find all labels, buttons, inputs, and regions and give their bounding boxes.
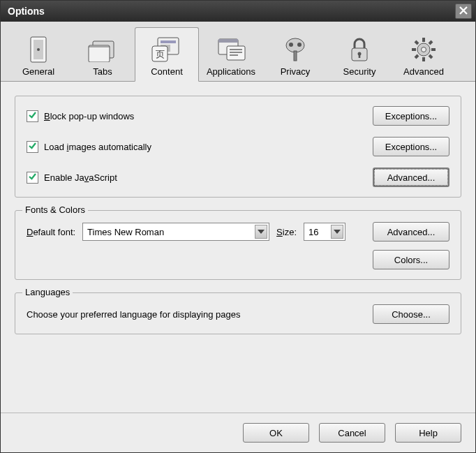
enable-js-advanced-button[interactable]: Advanced... — [373, 168, 449, 187]
load-images-row: Load images automatically Exceptions... — [27, 137, 449, 156]
svg-rect-11 — [218, 39, 238, 43]
ok-button[interactable]: OK — [243, 423, 309, 443]
category-tabs: General Tabs 页 Content Applications Priv… — [1, 22, 475, 82]
fonts-advanced-button[interactable]: Advanced... — [373, 222, 449, 242]
svg-point-2 — [37, 48, 40, 51]
choose-language-button[interactable]: Choose... — [373, 304, 449, 324]
tab-tabs[interactable]: Tabs — [70, 27, 135, 82]
block-popups-checkbox[interactable] — [27, 110, 38, 122]
tab-privacy-label: Privacy — [281, 66, 311, 77]
fonts-colors-group: Fonts & Colors Default font: Times New R… — [15, 210, 461, 280]
tab-applications-label: Applications — [207, 66, 255, 77]
size-label: Size: — [276, 227, 297, 237]
svg-rect-15 — [230, 54, 238, 56]
block-popups-row: Block pop-up windows Exceptions... — [27, 106, 449, 126]
tab-tabs-label: Tabs — [93, 66, 112, 77]
popup-images-js-group: Block pop-up windows Exceptions... Load … — [15, 96, 461, 198]
tab-applications[interactable]: Applications — [199, 27, 263, 82]
applications-icon — [214, 36, 248, 64]
languages-desc: Choose your preferred language for displ… — [27, 309, 240, 320]
chevron-down-icon — [331, 225, 343, 239]
titlebar: Options — [1, 1, 475, 22]
fonts-colors-legend: Fonts & Colors — [22, 205, 88, 215]
tab-general-label: General — [22, 66, 54, 77]
languages-legend: Languages — [22, 287, 73, 297]
svg-point-24 — [422, 47, 426, 52]
chevron-down-icon — [255, 225, 267, 239]
privacy-icon — [278, 36, 312, 64]
svg-rect-13 — [230, 49, 242, 50]
colors-button[interactable]: Colors... — [373, 250, 449, 269]
enable-js-checkbox-wrap[interactable]: Enable JavaScript — [27, 172, 117, 184]
svg-text:页: 页 — [156, 49, 165, 59]
close-icon — [459, 6, 468, 17]
tab-general[interactable]: General — [6, 27, 70, 82]
svg-line-31 — [429, 41, 432, 44]
svg-line-29 — [415, 41, 418, 44]
svg-rect-6 — [161, 40, 176, 43]
block-popups-label: Block pop-up windows — [44, 111, 134, 121]
cancel-button[interactable]: Cancel — [319, 423, 385, 443]
languages-row: Choose your preferred language for displ… — [27, 304, 449, 324]
checkmark-icon — [28, 172, 37, 183]
content-icon: 页 — [150, 36, 184, 64]
default-font-select[interactable]: Times New Roman — [82, 223, 269, 241]
svg-point-18 — [297, 43, 302, 47]
advanced-icon — [407, 36, 440, 64]
svg-rect-22 — [359, 54, 361, 58]
default-font-row: Default font: Times New Roman Size: 16 A… — [27, 222, 449, 242]
enable-js-label: Enable JavaScript — [44, 172, 117, 183]
tab-security-label: Security — [343, 66, 376, 77]
checkmark-icon — [28, 141, 37, 152]
tab-content-label: Content — [151, 66, 183, 77]
content-panel: Block pop-up windows Exceptions... Load … — [1, 82, 475, 413]
tabs-icon — [86, 36, 119, 64]
close-button[interactable] — [455, 3, 472, 19]
svg-line-30 — [429, 55, 432, 58]
default-font-value: Times New Roman — [87, 227, 164, 237]
block-popups-checkbox-wrap[interactable]: Block pop-up windows — [27, 110, 134, 122]
load-images-checkbox-wrap[interactable]: Load images automatically — [27, 141, 151, 153]
general-icon — [22, 36, 55, 64]
default-font-label: Default font: — [27, 227, 75, 237]
svg-rect-19 — [294, 51, 297, 61]
checkmark-icon — [28, 110, 37, 121]
tab-advanced-label: Advanced — [403, 66, 444, 77]
svg-point-17 — [289, 43, 293, 47]
svg-rect-4 — [89, 45, 110, 62]
svg-rect-14 — [230, 52, 242, 53]
options-window: Options General Tabs 页 Content — [0, 0, 476, 453]
help-button[interactable]: Help — [395, 423, 461, 443]
tab-content[interactable]: 页 Content — [135, 27, 199, 82]
enable-js-row: Enable JavaScript Advanced... — [27, 168, 449, 187]
load-images-label: Load images automatically — [44, 142, 151, 152]
tab-privacy[interactable]: Privacy — [263, 27, 327, 82]
svg-point-16 — [286, 38, 304, 52]
load-images-checkbox[interactable] — [27, 141, 38, 153]
security-icon — [343, 36, 376, 64]
font-size-select[interactable]: 16 — [304, 223, 345, 241]
block-popups-exceptions-button[interactable]: Exceptions... — [373, 106, 449, 126]
languages-group: Languages Choose your preferred language… — [15, 292, 461, 334]
load-images-exceptions-button[interactable]: Exceptions... — [373, 137, 449, 156]
window-title: Options — [8, 6, 45, 17]
enable-js-checkbox[interactable] — [27, 172, 38, 184]
svg-line-32 — [415, 55, 418, 58]
dialog-button-bar: OK Cancel Help — [1, 413, 475, 452]
tab-advanced[interactable]: Advanced — [392, 27, 456, 82]
font-size-value: 16 — [308, 227, 318, 237]
tab-security[interactable]: Security — [327, 27, 392, 82]
